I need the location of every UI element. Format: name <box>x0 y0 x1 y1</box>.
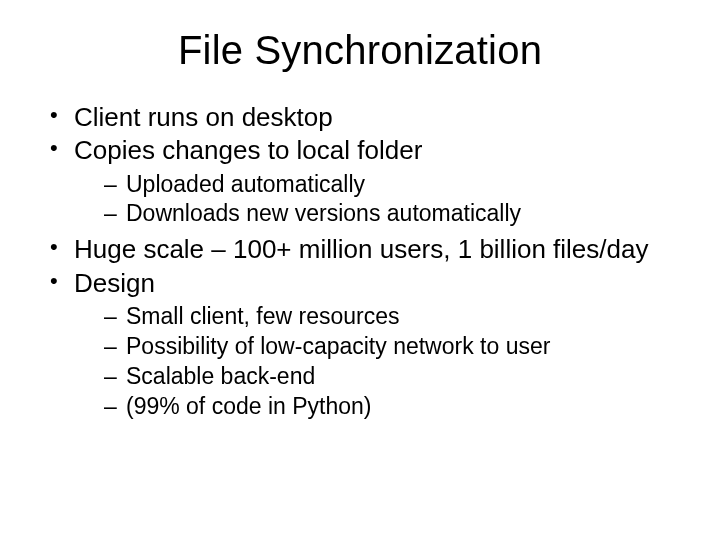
slide-title: File Synchronization <box>40 28 680 73</box>
sub-bullet-text: Downloads new versions automatically <box>126 200 521 226</box>
sub-bullet-item: (99% of code in Python) <box>104 392 680 422</box>
sub-bullet-text: Uploaded automatically <box>126 171 365 197</box>
sub-bullet-text: (99% of code in Python) <box>126 393 371 419</box>
bullet-text: Huge scale – 100+ million users, 1 billi… <box>74 234 648 264</box>
bullet-item: Huge scale – 100+ million users, 1 billi… <box>50 233 680 266</box>
sub-bullet-text: Scalable back-end <box>126 363 315 389</box>
sub-bullet-item: Scalable back-end <box>104 362 680 392</box>
sub-bullet-list: Small client, few resources Possibility … <box>74 302 680 422</box>
bullet-text: Client runs on desktop <box>74 102 333 132</box>
sub-bullet-text: Possibility of low-capacity network to u… <box>126 333 550 359</box>
sub-bullet-item: Downloads new versions automatically <box>104 199 680 229</box>
slide: File Synchronization Client runs on desk… <box>0 0 720 540</box>
sub-bullet-item: Possibility of low-capacity network to u… <box>104 332 680 362</box>
bullet-item: Client runs on desktop <box>50 101 680 134</box>
sub-bullet-item: Uploaded automatically <box>104 170 680 200</box>
sub-bullet-item: Small client, few resources <box>104 302 680 332</box>
bullet-item: Copies changes to local folder Uploaded … <box>50 134 680 229</box>
bullet-item: Design Small client, few resources Possi… <box>50 267 680 422</box>
bullet-text: Design <box>74 268 155 298</box>
sub-bullet-list: Uploaded automatically Downloads new ver… <box>74 170 680 230</box>
bullet-text: Copies changes to local folder <box>74 135 422 165</box>
bullet-list: Client runs on desktop Copies changes to… <box>40 101 680 421</box>
sub-bullet-text: Small client, few resources <box>126 303 400 329</box>
